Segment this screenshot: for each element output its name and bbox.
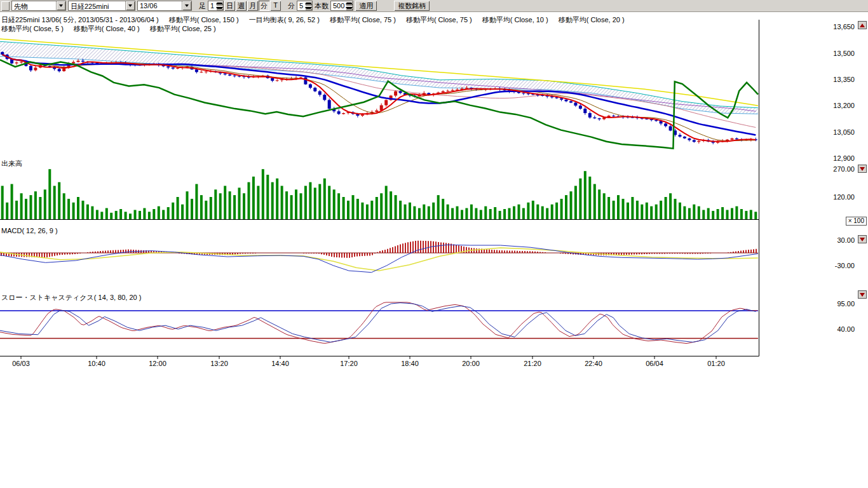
time-axis-label: 01:20 — [701, 360, 731, 367]
period-tick-button[interactable]: T — [270, 1, 281, 11]
bar-count-spinner[interactable]: 500 — [330, 1, 353, 11]
stochastics-scale-down-button[interactable] — [858, 290, 867, 299]
instrument-select[interactable]: 日経225mini — [68, 1, 135, 11]
time-axis-label: 21:20 — [517, 360, 548, 367]
stochastics-axis-label: 40.00 — [814, 325, 855, 333]
price-scale-up-button[interactable] — [858, 21, 867, 29]
stochastics-axis-label: 95.00 — [814, 300, 855, 308]
minute-label: 分 — [286, 1, 297, 11]
time-axis-label: 18:40 — [395, 360, 425, 367]
legend-item: 移動平均( Close, 75 ) — [406, 15, 472, 25]
spin-down-icon[interactable] — [305, 6, 312, 10]
chevron-down-icon[interactable] — [56, 1, 65, 10]
volume-scale-down-button[interactable] — [858, 165, 867, 173]
legend-item: 移動平均( Close, 150 ) — [169, 15, 239, 25]
legend-row-1: 日経225mini 13/06( 5分, 2013/05/31 - 2013/0… — [1, 15, 625, 25]
price-axis-label: 13,500 — [814, 50, 855, 57]
count-label: 本数 — [313, 1, 330, 11]
legend-item: 移動平均( Close, 10 ) — [482, 15, 548, 25]
contract-month-select[interactable]: 13/06 — [137, 1, 192, 11]
macd-axis-label: 30.00 — [814, 236, 855, 244]
legend-row-2: 移動平均( Close, 5 ) 移動平均( Close, 40 ) 移動平均(… — [1, 24, 216, 34]
spin-down-icon[interactable] — [346, 6, 353, 10]
bar-count-value: 500 — [331, 1, 346, 10]
price-axis-label: 13,350 — [814, 76, 855, 83]
macd-panel-label: MACD( 12, 26, 9 ) — [1, 227, 58, 234]
period-week-button[interactable]: 週 — [236, 1, 247, 11]
apply-button[interactable]: 適用 — [355, 1, 377, 11]
time-axis-label: 10:40 — [81, 360, 112, 367]
price-axis-label: 12,900 — [814, 154, 855, 162]
minute-value: 5 — [297, 1, 305, 10]
time-axis-label: 12:00 — [142, 360, 173, 367]
time-axis-label: 22:40 — [578, 360, 609, 367]
time-axis-label: 13:20 — [204, 360, 234, 367]
volume-multiplier-label: × 100 — [846, 217, 867, 226]
down-arrow-icon — [860, 238, 865, 241]
down-arrow-icon — [860, 167, 865, 171]
time-axis-label: 20:00 — [456, 360, 486, 367]
legend-item: 移動平均( Close, 25 ) — [150, 24, 216, 34]
price-axis-label: 13,650 — [814, 23, 855, 30]
series-line — [3, 55, 756, 128]
spin-down-icon[interactable] — [216, 6, 223, 10]
series-line — [0, 303, 756, 342]
instrument-type-select[interactable]: 先物 — [11, 1, 66, 11]
time-axis-label: 06/04 — [639, 360, 670, 367]
price-axis-label: 13,050 — [814, 128, 855, 136]
bar-unit-spinner[interactable]: 1 — [208, 1, 224, 11]
time-axis-label: 06/03 — [6, 360, 36, 367]
legend-item: 移動平均( Close, 20 ) — [559, 15, 625, 25]
period-month-button[interactable]: 月 — [247, 1, 258, 11]
instrument-value: 日経225mini — [69, 1, 125, 10]
minute-spinner[interactable]: 5 — [297, 1, 313, 11]
bar-unit-value: 1 — [208, 1, 216, 10]
price-axis-label: 13,200 — [814, 102, 855, 109]
multi-symbol-button[interactable]: 複数銘柄 — [394, 1, 430, 11]
spin-up-icon[interactable] — [216, 1, 223, 6]
stochastics-panel-label: スロー・ストキャスティクス( 14, 3, 80, 20 ) — [1, 293, 141, 302]
legend-item: 一目均衡表( 9, 26, 52 ) — [249, 15, 320, 25]
down-arrow-icon — [860, 293, 865, 297]
legend-item: 移動平均( Close, 5 ) — [1, 24, 64, 34]
series-line — [0, 302, 757, 344]
volume-axis-label: 270.00 — [814, 165, 855, 173]
macd-scale-down-button[interactable] — [858, 235, 867, 243]
legend-chart-title: 日経225mini 13/06( 5分, 2013/05/31 - 2013/0… — [1, 15, 159, 25]
instrument-type-value: 先物 — [12, 1, 56, 10]
chart-area: 日経225mini 13/06( 5分, 2013/05/31 - 2013/0… — [0, 0, 868, 488]
series-line — [0, 57, 758, 114]
toolbar-grip[interactable] — [1, 1, 10, 11]
time-axis-label: 17:20 — [334, 360, 364, 367]
chevron-down-icon[interactable] — [125, 1, 135, 10]
main-toolbar: 先物 日経225mini 13/06 足 1 日 週 月 分 T 分 5 本数 … — [0, 0, 868, 12]
contract-month-value: 13/06 — [138, 1, 182, 10]
period-day-button[interactable]: 日 — [224, 1, 235, 11]
macd-axis-label: -30.00 — [814, 262, 855, 269]
spin-up-icon[interactable] — [305, 1, 312, 6]
time-axis-label: 14:40 — [265, 360, 295, 367]
series-line — [0, 245, 758, 272]
chart-canvas[interactable] — [0, 0, 868, 381]
legend-item: 移動平均( Close, 40 ) — [74, 24, 140, 34]
up-arrow-icon — [860, 24, 865, 27]
volume-axis-label: 120.00 — [814, 193, 855, 201]
chevron-down-icon[interactable] — [182, 1, 191, 10]
legend-item: 移動平均( Close, 75 ) — [330, 15, 396, 25]
bar-label: 足 — [197, 1, 208, 11]
period-minute-button[interactable]: 分 — [259, 1, 269, 11]
volume-panel-label: 出来高 — [1, 159, 22, 168]
spin-up-icon[interactable] — [346, 1, 353, 6]
